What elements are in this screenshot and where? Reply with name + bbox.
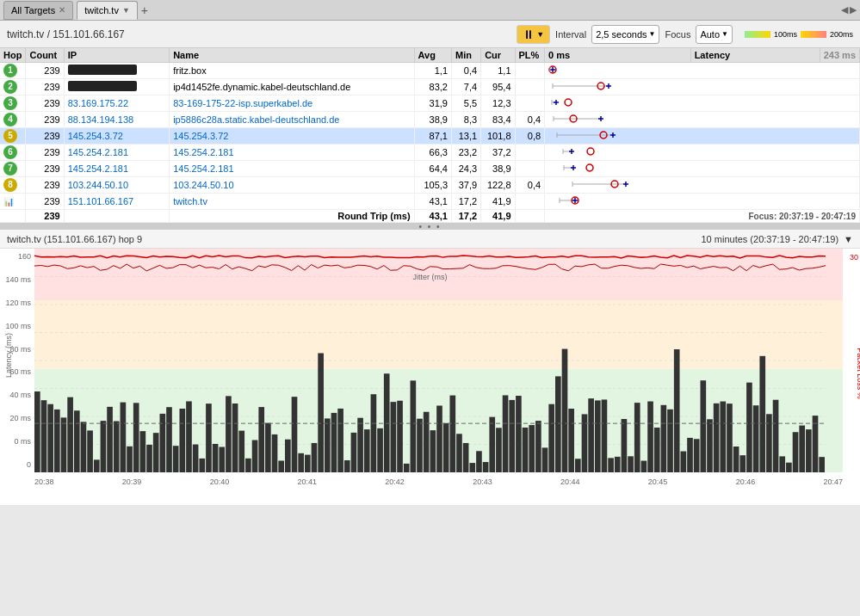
svg-rect-140	[615, 457, 621, 472]
ip-link[interactable]: 145.254.3.72	[68, 131, 123, 141]
th-latency: Latency	[690, 48, 820, 63]
svg-rect-57	[67, 397, 73, 472]
td-cur: 83,4	[481, 112, 515, 128]
panel-divider[interactable]: • • •	[0, 223, 860, 230]
svg-rect-92	[298, 453, 304, 472]
td-hop: 3	[0, 95, 26, 112]
hop-number: 8	[3, 178, 17, 192]
svg-rect-120	[483, 462, 489, 472]
tab-add-button[interactable]: +	[141, 3, 148, 17]
latency-bar-svg	[548, 146, 703, 157]
svg-rect-84	[245, 459, 251, 472]
td-latency	[545, 145, 860, 161]
main-table-area: Hop Count IP Name Avg Min Cur PL% 0 ms L…	[0, 48, 860, 223]
tab-all-targets-label: All Targets	[11, 5, 55, 15]
td-latency	[545, 112, 860, 128]
svg-rect-110	[417, 419, 423, 472]
table-row[interactable]: 4 239 88.134.194.138 ip5886c28a.static.k…	[0, 112, 860, 128]
td-name: 145.254.3.72	[170, 128, 414, 145]
td-ip: 145.254.2.181	[64, 145, 169, 161]
svg-rect-157	[727, 403, 733, 472]
td-min: 23,2	[452, 145, 481, 161]
ip-link[interactable]: 151.101.66.167	[68, 196, 133, 206]
svg-rect-102	[364, 429, 370, 472]
chart-svg	[34, 249, 826, 472]
td-count: 239	[26, 79, 64, 95]
tab-all-targets-close[interactable]: ✕	[59, 5, 65, 15]
td-latency	[545, 95, 860, 112]
svg-rect-138	[602, 399, 608, 472]
svg-rect-109	[411, 380, 417, 472]
x-axis-label: 20:43	[473, 477, 492, 486]
td-count: 239	[26, 177, 64, 194]
footer-pl	[515, 210, 545, 223]
td-pl	[515, 194, 545, 210]
latency-bar-svg	[548, 114, 703, 124]
interval-dropdown[interactable]: 2,5 seconds ▼	[591, 25, 659, 44]
latency-bar-svg	[548, 195, 703, 206]
td-hop: 7	[0, 161, 26, 177]
td-latency	[545, 79, 860, 95]
table-row[interactable]: 1 239 fritz.box 1,1 0,4 1,1	[0, 63, 860, 79]
tab-twitch-indicator: ▼	[122, 6, 130, 15]
focus-dropdown[interactable]: Auto ▼	[696, 25, 733, 44]
footer-ip	[64, 210, 169, 223]
tab-bar: All Targets ✕ twitch.tv ▼ + ◀ ▶	[0, 0, 860, 21]
y-label-20: 20 ms	[2, 414, 31, 422]
nav-next[interactable]: ▶	[850, 4, 857, 15]
svg-rect-131	[555, 376, 561, 472]
table-row[interactable]: 7 239 145.254.2.181 145.254.2.181 64,4 2…	[0, 161, 860, 177]
svg-rect-150	[681, 452, 687, 472]
td-latency	[545, 63, 860, 79]
td-ip	[64, 79, 169, 95]
td-pl	[515, 79, 545, 95]
svg-rect-55	[54, 410, 60, 472]
svg-rect-88	[272, 434, 278, 472]
ip-link[interactable]: 83.169.175.22	[68, 98, 128, 108]
table-header-row: Hop Count IP Name Avg Min Cur PL% 0 ms L…	[0, 48, 860, 63]
table-row[interactable]: 📊 239 151.101.66.167 twitch.tv 43,1 17,2…	[0, 194, 860, 210]
tab-all-targets[interactable]: All Targets ✕	[3, 1, 73, 20]
latency-bar-svg	[548, 97, 703, 108]
svg-rect-99	[344, 460, 350, 472]
legend-200-label: 200ms	[830, 30, 853, 39]
svg-rect-128	[535, 421, 541, 472]
ip-link[interactable]: 88.134.194.138	[68, 114, 133, 125]
pause-button[interactable]: ⏸ ▼	[517, 25, 550, 44]
nav-prev[interactable]: ◀	[841, 4, 848, 15]
th-cur: Cur	[481, 48, 515, 63]
svg-rect-141	[622, 419, 628, 472]
svg-rect-72	[166, 407, 172, 472]
x-axis-label: 20:39	[122, 477, 142, 486]
svg-rect-129	[542, 447, 548, 472]
svg-rect-123	[503, 395, 509, 472]
ip-link[interactable]: 145.254.2.181	[68, 163, 128, 174]
tab-twitch[interactable]: twitch.tv ▼	[77, 1, 138, 20]
toolbar-controls: ⏸ ▼ Interval 2,5 seconds ▼ Focus Auto ▼ …	[517, 25, 853, 44]
table-row[interactable]: 5 239 145.254.3.72 145.254.3.72 87,1 13,…	[0, 128, 860, 145]
svg-rect-101	[357, 418, 363, 472]
latency-bar-svg	[548, 130, 703, 140]
td-count: 239	[26, 112, 64, 128]
svg-rect-168	[799, 426, 805, 472]
table-row[interactable]: 3 239 83.169.175.22 83-169-175-22-isp.su…	[0, 95, 860, 112]
latency-bar-svg	[548, 81, 703, 91]
ip-link[interactable]: 103.244.50.10	[68, 180, 128, 190]
table-row[interactable]: 2 239 ip4d1452fe.dynamic.kabel-deutschla…	[0, 79, 860, 95]
svg-rect-61	[94, 459, 100, 472]
latency-legend: 100ms 200ms	[745, 30, 853, 39]
svg-rect-104	[377, 428, 383, 472]
td-name: twitch.tv	[170, 194, 414, 210]
footer-min: 17,2	[452, 210, 481, 223]
th-latency-max: 243 ms	[820, 48, 859, 63]
ip-link[interactable]: 145.254.2.181	[68, 147, 128, 157]
svg-rect-90	[285, 440, 291, 472]
table-row[interactable]: 8 239 103.244.50.10 103.244.50.10 105,3 …	[0, 177, 860, 194]
y-axis-title: Latency (ms)	[4, 360, 13, 378]
svg-rect-63	[107, 407, 113, 472]
table-row[interactable]: 6 239 145.254.2.181 145.254.2.181 66,3 2…	[0, 145, 860, 161]
svg-rect-162	[759, 356, 765, 472]
td-pl	[515, 145, 545, 161]
chart-expand-icon[interactable]: ▼	[844, 234, 853, 244]
svg-rect-153	[700, 380, 706, 472]
